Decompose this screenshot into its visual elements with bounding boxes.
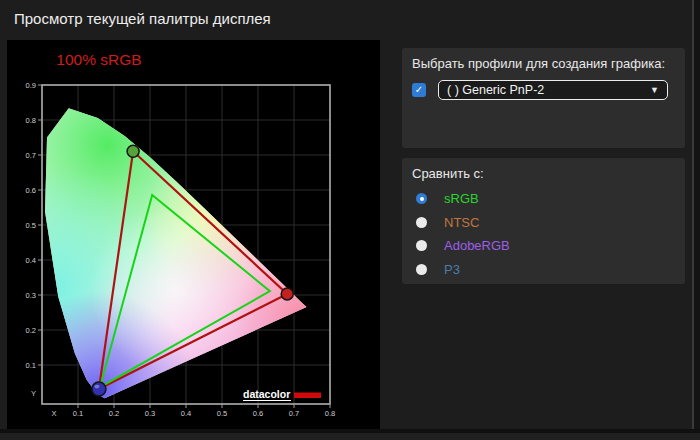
radio-icon[interactable] xyxy=(416,217,427,228)
compare-groupbox: Сравнить с: sRGBNTSCAdobeRGBP3 xyxy=(402,158,685,284)
radio-icon[interactable] xyxy=(416,240,427,251)
svg-text:0.6: 0.6 xyxy=(253,409,263,418)
radio-option-ntsc[interactable]: NTSC xyxy=(416,211,510,235)
radio-label: sRGB xyxy=(444,191,479,206)
chevron-down-icon: ▼ xyxy=(650,85,659,95)
blue-primary-marker xyxy=(92,382,106,396)
svg-text:0.1: 0.1 xyxy=(26,361,36,370)
svg-text:0.4: 0.4 xyxy=(181,409,191,418)
bottom-strip xyxy=(0,433,700,440)
profiles-groupbox: Выбрать профили для создания графика: ✓ … xyxy=(402,48,685,148)
profile-row: ✓ ( ) Generic PnP-2 ▼ xyxy=(412,80,668,100)
green-primary-marker xyxy=(127,145,139,157)
svg-text:0.2: 0.2 xyxy=(26,326,36,335)
svg-text:0.1: 0.1 xyxy=(73,409,83,418)
svg-text:X: X xyxy=(51,409,56,418)
svg-text:0.5: 0.5 xyxy=(217,409,227,418)
svg-text:Y: Y xyxy=(31,389,36,398)
red-primary-marker xyxy=(281,288,293,300)
radio-option-adobergb[interactable]: AdobeRGB xyxy=(416,234,510,258)
profile-dropdown[interactable]: ( ) Generic PnP-2 ▼ xyxy=(438,80,668,100)
window-right-margin xyxy=(694,0,700,429)
svg-text:0.7: 0.7 xyxy=(26,151,36,160)
radio-selected-icon[interactable] xyxy=(416,193,427,204)
svg-text:0.3: 0.3 xyxy=(145,409,155,418)
side-panel: Выбрать профили для создания графика: ✓ … xyxy=(380,38,693,429)
gamut-coverage-label: 100% sRGB xyxy=(56,51,141,68)
chart-panel: 0.10.20.30.40.50.60.70.8X0.90.80.70.60.5… xyxy=(7,40,380,429)
profile-checkbox[interactable]: ✓ xyxy=(412,83,426,97)
svg-text:0.3: 0.3 xyxy=(26,291,36,300)
compare-radio-list: sRGBNTSCAdobeRGBP3 xyxy=(416,187,510,281)
svg-text:datacolor: datacolor xyxy=(243,388,290,400)
svg-text:0.8: 0.8 xyxy=(26,116,36,125)
radio-option-p3[interactable]: P3 xyxy=(416,258,510,282)
check-icon: ✓ xyxy=(415,85,423,95)
radio-icon[interactable] xyxy=(416,264,427,275)
svg-text:0.4: 0.4 xyxy=(26,256,36,265)
datacolor-logo: datacolor xyxy=(243,388,321,401)
radio-label: AdobeRGB xyxy=(444,238,510,253)
svg-text:0.8: 0.8 xyxy=(325,409,335,418)
radio-option-srgb[interactable]: sRGB xyxy=(416,187,510,211)
radio-label: NTSC xyxy=(444,215,479,230)
profile-dropdown-value: ( ) Generic PnP-2 xyxy=(447,83,544,97)
app-window: Просмотр текущей палитры дисплея 0.10.20… xyxy=(0,0,700,429)
chromaticity-diagram: 0.10.20.30.40.50.60.70.8X0.90.80.70.60.5… xyxy=(7,40,380,433)
compare-heading: Сравнить с: xyxy=(412,166,484,181)
svg-text:0.9: 0.9 xyxy=(26,81,36,90)
window-title: Просмотр текущей палитры дисплея xyxy=(14,10,271,27)
profiles-heading: Выбрать профили для создания графика: xyxy=(412,56,665,71)
svg-text:0.6: 0.6 xyxy=(26,186,36,195)
title-bar: Просмотр текущей палитры дисплея xyxy=(0,0,700,38)
svg-text:0.2: 0.2 xyxy=(109,409,119,418)
svg-text:0.7: 0.7 xyxy=(289,409,299,418)
radio-label: P3 xyxy=(444,262,460,277)
svg-text:0.5: 0.5 xyxy=(26,221,36,230)
